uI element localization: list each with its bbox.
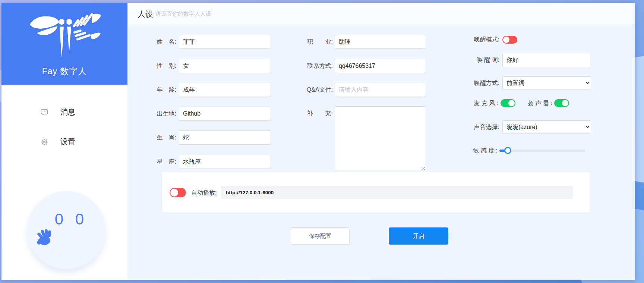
brand-header: Fay 数字人 <box>1 3 127 85</box>
dragonfly-logo-icon <box>28 13 102 62</box>
sidebar-item-settings[interactable]: 设置 <box>1 133 127 151</box>
gender-input[interactable] <box>179 59 271 73</box>
name-label: 姓 名: <box>139 35 176 49</box>
main-panel: 人设 请设置你的数字人人设 姓 名: 性 别: 年 龄: 出生地: 生 肖: 星… <box>128 3 635 280</box>
supplement-textarea[interactable] <box>335 106 426 170</box>
autoplay-url-field[interactable]: http://127.0.0.1:6000 <box>221 186 573 199</box>
toggle-knob <box>503 37 509 43</box>
name-input[interactable] <box>179 35 271 49</box>
save-config-button[interactable]: 保存配置 <box>291 227 350 245</box>
start-button[interactable]: 开启 <box>389 227 448 245</box>
voice-select[interactable]: 晓晓(azure) <box>502 120 591 133</box>
zodiac-input[interactable] <box>179 131 271 145</box>
contact-input[interactable] <box>335 59 426 73</box>
wake-word-input[interactable] <box>502 53 590 67</box>
persona-form: 姓 名: 性 别: 年 龄: 出生地: 生 肖: 星 座: 职 业: 联系方式:… <box>128 25 635 280</box>
page-title: 人设 <box>138 9 153 19</box>
slider-knob[interactable] <box>504 147 511 154</box>
age-label: 年 龄: <box>139 83 176 97</box>
sensitivity-label: 敏 感 度 : <box>446 147 498 155</box>
wake-method-label: 唤醒方式: <box>446 76 499 89</box>
page-subtitle: 请设置你的数字人人设 <box>155 10 211 18</box>
page-header: 人设 请设置你的数字人人设 <box>128 3 635 25</box>
app-window: Fay 数字人 消息 设置 0 0 <box>1 3 635 280</box>
toggle-knob <box>562 100 568 106</box>
zodiac-label: 生 肖: <box>139 131 176 145</box>
contact-label: 联系方式: <box>288 59 333 73</box>
speaker-toggle[interactable] <box>554 99 569 107</box>
status-circle: 0 0 <box>27 191 105 269</box>
mic-label: 麦 克 风 : <box>448 96 498 111</box>
speaker-label: 扬 声 器 : <box>518 96 552 111</box>
toggle-knob <box>508 100 515 106</box>
age-input[interactable] <box>179 83 271 97</box>
gear-icon <box>40 138 48 146</box>
sensitivity-slider[interactable] <box>499 147 585 155</box>
qa-file-label: Q&A文件: <box>288 83 333 97</box>
qa-file-input[interactable] <box>335 83 426 97</box>
autoplay-label: 自动播放: <box>191 188 217 197</box>
voice-label: 声音选择: <box>446 120 499 133</box>
occupation-label: 职 业: <box>288 35 333 49</box>
autoplay-toggle[interactable] <box>170 188 186 197</box>
sidebar-item-label: 消息 <box>60 107 75 117</box>
wake-word-label: 唤 醒 词: <box>446 53 499 67</box>
slider-track[interactable] <box>499 150 585 152</box>
supplement-label: 补 充: <box>288 106 333 120</box>
message-icon <box>40 108 48 116</box>
birthplace-input[interactable] <box>179 107 271 121</box>
sidebar-item-label: 设置 <box>60 137 75 147</box>
brand-title: Fay 数字人 <box>1 66 127 77</box>
mic-toggle[interactable] <box>501 99 515 107</box>
wake-mode-toggle[interactable] <box>502 36 517 44</box>
occupation-input[interactable] <box>335 35 426 49</box>
constellation-input[interactable] <box>179 155 271 169</box>
birthplace-label: 出生地: <box>139 107 176 121</box>
toggle-knob <box>170 189 178 196</box>
waving-hand-icon <box>34 226 56 248</box>
wake-mode-label: 唤醒模式: <box>446 32 499 47</box>
wake-method-select[interactable]: 前置词 <box>502 76 591 89</box>
gender-label: 性 别: <box>139 59 176 73</box>
counter-display: 0 0 <box>27 210 105 228</box>
sidebar-item-messages[interactable]: 消息 <box>1 104 127 121</box>
autoplay-panel: 自动播放: http://127.0.0.1:6000 <box>162 172 590 213</box>
sidebar: Fay 数字人 消息 设置 0 0 <box>1 3 128 280</box>
constellation-label: 星 座: <box>139 155 176 169</box>
